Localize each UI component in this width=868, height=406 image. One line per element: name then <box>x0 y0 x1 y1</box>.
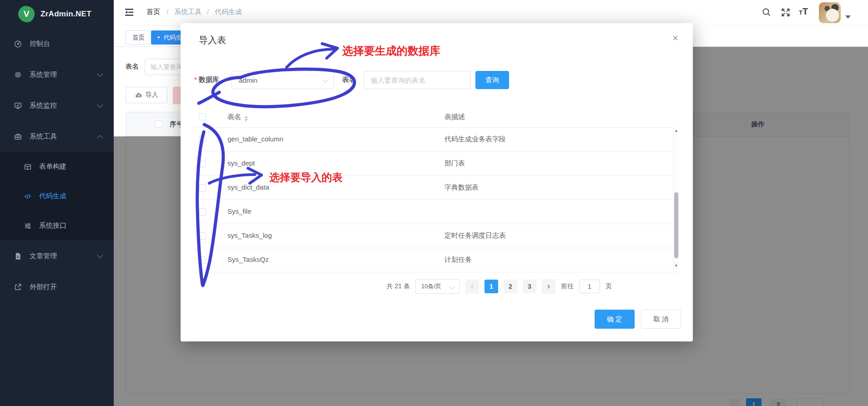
table-row[interactable]: gen_table_column 代码生成业务表字段 <box>194 128 679 152</box>
chevron-up-icon <box>97 135 103 141</box>
active-tab-dot-icon: ● <box>157 35 160 40</box>
table-desc-cell: 部门表 <box>444 159 465 168</box>
database-select[interactable]: admin <box>232 71 334 89</box>
breadcrumb-code-generation: 代码生成 <box>215 8 242 16</box>
list-header-row: 表名 表描述 <box>194 107 679 128</box>
select-all-checkbox[interactable] <box>199 113 206 120</box>
breadcrumb-home[interactable]: 首页 <box>146 8 160 16</box>
sidebar-item-system-monitor[interactable]: 系统监控 <box>0 90 114 121</box>
sidebar-item-label: 系统工具 <box>30 132 57 141</box>
sidebar-item-label: 控制台 <box>30 40 50 48</box>
table-row[interactable]: Sys_TasksQz 计划任务 <box>194 248 679 272</box>
table-row[interactable]: sys_Tasks_log 定时任务调度日志表 <box>194 224 679 248</box>
document-icon <box>14 252 22 261</box>
sidebar-item-label: 表单构建 <box>39 162 66 171</box>
scrollbar-thumb[interactable] <box>674 192 678 258</box>
import-table-list: 表名 表描述 gen_table_column 代码生成业务表字段 sys_de… <box>194 107 679 272</box>
scroll-down-icon[interactable]: ▼ <box>673 264 679 268</box>
sidebar-item-label: 文章管理 <box>30 252 57 261</box>
import-table-dialog: 导入表 × *数据库 admin 表名 查询 表名 表描述 gen_table_… <box>181 23 693 341</box>
row-checkbox[interactable] <box>199 184 206 191</box>
table-name-filter-label: 表名 <box>126 62 139 71</box>
sidebar-item-label: 系统接口 <box>39 221 66 230</box>
code-icon <box>24 192 32 200</box>
scroll-up-icon[interactable]: ▲ <box>673 129 679 133</box>
tab-home[interactable]: 首页 <box>126 30 151 45</box>
topbar: 首页 / 系统工具 / 代码生成 TT <box>114 0 868 25</box>
monitor-icon <box>14 101 22 110</box>
goto-page-input[interactable] <box>579 280 600 293</box>
close-icon[interactable]: × <box>672 33 678 43</box>
search-button[interactable]: 查询 <box>475 71 509 89</box>
page-size-value: 10条/页 <box>421 282 441 291</box>
sidebar-item-code-generation[interactable]: 代码生成 <box>0 181 114 211</box>
cancel-button[interactable]: 取 消 <box>641 310 681 329</box>
sort-icon[interactable] <box>244 116 248 121</box>
font-size-icon[interactable]: TT <box>799 6 808 17</box>
breadcrumb-system-tools[interactable]: 系统工具 <box>174 8 202 16</box>
table-desc-cell: 计划任务 <box>444 256 472 264</box>
table-desc-cell: 代码生成业务表字段 <box>444 135 506 144</box>
sliders-icon <box>24 222 32 230</box>
chevron-down-icon <box>97 102 103 108</box>
table-name-cell: sys_dict_data <box>227 183 269 191</box>
sidebar-collapse-icon[interactable] <box>124 7 135 18</box>
dashboard-icon <box>14 40 22 48</box>
sidebar-item-external-open[interactable]: 外部打开 <box>0 271 114 302</box>
chevron-down-icon <box>97 71 103 77</box>
fullscreen-icon[interactable] <box>781 7 791 17</box>
row-checkbox[interactable] <box>199 136 206 143</box>
column-header-table-name[interactable]: 表名 <box>227 113 248 121</box>
next-page-button[interactable]: › <box>542 279 555 294</box>
sidebar-item-label: 外部打开 <box>30 283 57 291</box>
sidebar-item-form-builder[interactable]: 表单构建 <box>0 152 114 181</box>
required-mark: * <box>194 75 197 83</box>
dialog-title: 导入表 <box>199 34 226 46</box>
database-select-value: admin <box>239 76 257 84</box>
table-name-cell: Sys_file <box>227 207 252 215</box>
dialog-footer: 确 定 取 消 <box>181 310 693 329</box>
scrollbar[interactable]: ▲ ▼ <box>673 127 679 269</box>
goto-suffix: 页 <box>606 282 612 291</box>
table-desc-cell: 定时任务调度日志表 <box>444 231 506 240</box>
gear-icon <box>14 70 22 79</box>
sidebar-item-article-management[interactable]: 文章管理 <box>0 241 114 271</box>
form-grid-icon <box>24 163 32 171</box>
page-button-2[interactable]: 2 <box>504 280 517 293</box>
table-name-cell: Sys_TasksQz <box>227 256 269 263</box>
row-checkbox[interactable] <box>199 232 206 240</box>
goto-label: 前往 <box>561 282 574 291</box>
row-checkbox[interactable] <box>199 160 206 167</box>
row-checkbox[interactable] <box>199 208 206 216</box>
page-button-1[interactable]: 1 <box>484 280 498 293</box>
user-menu-caret-icon[interactable] <box>845 15 851 19</box>
sidebar-item-dashboard[interactable]: 控制台 <box>0 28 114 59</box>
user-avatar[interactable] <box>819 2 841 23</box>
table-name-search-input[interactable] <box>364 71 471 89</box>
import-button[interactable]: 导入 <box>126 87 167 103</box>
select-all-checkbox[interactable] <box>155 120 162 128</box>
dialog-pagination: 共 21 条 10条/页 ‹ 1 2 3 › 前往 页 <box>181 278 693 295</box>
table-row[interactable]: Sys_file <box>194 200 679 224</box>
prev-page-button[interactable]: ‹ <box>465 279 479 294</box>
sidebar-item-system-management[interactable]: 系统管理 <box>0 59 114 90</box>
import-button-label: 导入 <box>146 91 158 99</box>
page-size-select[interactable]: 10条/页 <box>415 279 460 294</box>
brand-logo-icon: V <box>18 6 35 22</box>
search-icon[interactable] <box>762 7 772 17</box>
external-link-icon <box>14 283 22 291</box>
confirm-button[interactable]: 确 定 <box>595 310 635 329</box>
page-button-3[interactable]: 3 <box>523 280 536 293</box>
tab-label: 首页 <box>132 34 145 42</box>
sidebar-item-system-tools[interactable]: 系统工具 <box>0 121 114 152</box>
table-row[interactable]: sys_dept 部门表 <box>194 152 679 176</box>
breadcrumb-separator: / <box>207 8 209 15</box>
row-checkbox[interactable] <box>199 256 206 264</box>
table-name-cell: sys_dept <box>227 159 255 167</box>
sidebar-item-system-api[interactable]: 系统接口 <box>0 211 114 241</box>
breadcrumb-separator: / <box>167 8 168 15</box>
table-row[interactable]: sys_dict_data 字典数据表 <box>194 176 679 200</box>
sidebar: V ZrAdmin.NET 控制台 系统管理 <box>0 0 114 406</box>
toolbox-icon <box>14 132 22 141</box>
brand-header[interactable]: V ZrAdmin.NET <box>0 0 114 28</box>
